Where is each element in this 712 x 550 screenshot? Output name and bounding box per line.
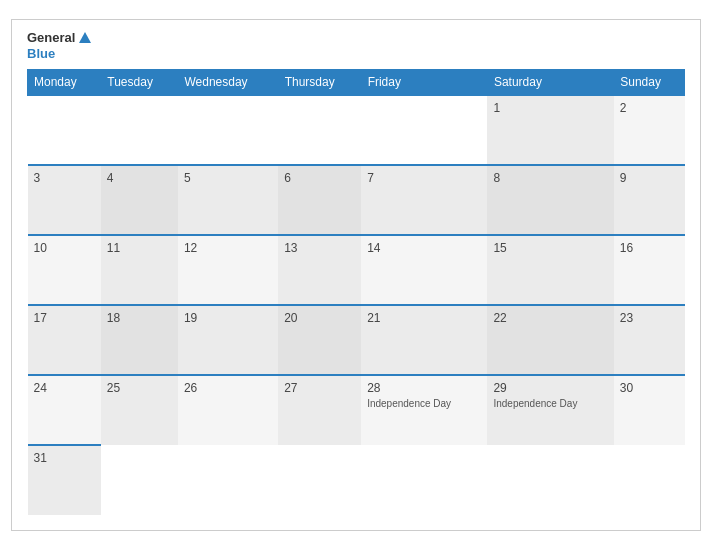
calendar-day-cell: 4 xyxy=(101,165,178,235)
calendar-day-cell: 13 xyxy=(278,235,361,305)
calendar-day-cell xyxy=(178,95,278,165)
weekday-header-saturday: Saturday xyxy=(487,70,613,96)
calendar-day-cell: 22 xyxy=(487,305,613,375)
calendar-week-row: 12 xyxy=(28,95,685,165)
day-number: 16 xyxy=(620,241,679,255)
weekday-header-wednesday: Wednesday xyxy=(178,70,278,96)
day-number: 22 xyxy=(493,311,607,325)
calendar-day-cell: 2 xyxy=(614,95,685,165)
calendar-day-cell: 16 xyxy=(614,235,685,305)
calendar-day-cell: 24 xyxy=(28,375,101,445)
calendar-day-cell: 19 xyxy=(178,305,278,375)
calendar-day-cell: 1 xyxy=(487,95,613,165)
weekday-header-sunday: Sunday xyxy=(614,70,685,96)
day-number: 15 xyxy=(493,241,607,255)
day-number: 5 xyxy=(184,171,272,185)
calendar-day-cell xyxy=(28,95,101,165)
day-number: 11 xyxy=(107,241,172,255)
calendar-day-cell: 18 xyxy=(101,305,178,375)
weekday-header-tuesday: Tuesday xyxy=(101,70,178,96)
day-number: 25 xyxy=(107,381,172,395)
logo: General Blue xyxy=(27,30,91,61)
calendar-week-row: 17181920212223 xyxy=(28,305,685,375)
weekday-header-row: MondayTuesdayWednesdayThursdayFridaySatu… xyxy=(28,70,685,96)
calendar-day-cell xyxy=(278,95,361,165)
calendar-day-cell: 31 xyxy=(28,445,101,515)
day-number: 9 xyxy=(620,171,679,185)
logo-triangle-icon xyxy=(79,32,91,43)
day-number: 31 xyxy=(34,451,95,465)
day-number: 4 xyxy=(107,171,172,185)
day-number: 19 xyxy=(184,311,272,325)
calendar-day-cell: 29Independence Day xyxy=(487,375,613,445)
calendar-day-cell: 15 xyxy=(487,235,613,305)
day-number: 24 xyxy=(34,381,95,395)
day-number: 12 xyxy=(184,241,272,255)
day-number: 6 xyxy=(284,171,355,185)
calendar-week-row: 10111213141516 xyxy=(28,235,685,305)
calendar-day-cell xyxy=(278,445,361,515)
day-number: 7 xyxy=(367,171,481,185)
day-number: 18 xyxy=(107,311,172,325)
day-number: 14 xyxy=(367,241,481,255)
day-number: 23 xyxy=(620,311,679,325)
day-number: 3 xyxy=(34,171,95,185)
calendar-day-cell: 30 xyxy=(614,375,685,445)
calendar-day-cell: 7 xyxy=(361,165,487,235)
calendar-day-cell: 23 xyxy=(614,305,685,375)
calendar-day-cell: 9 xyxy=(614,165,685,235)
logo-general: General xyxy=(27,30,75,46)
day-event: Independence Day xyxy=(367,398,481,409)
calendar-week-row: 3456789 xyxy=(28,165,685,235)
day-number: 8 xyxy=(493,171,607,185)
calendar-day-cell: 6 xyxy=(278,165,361,235)
calendar-header: General Blue xyxy=(27,30,685,61)
calendar-day-cell: 3 xyxy=(28,165,101,235)
calendar-day-cell xyxy=(361,445,487,515)
day-number: 1 xyxy=(493,101,607,115)
day-number: 20 xyxy=(284,311,355,325)
calendar-week-row: 31 xyxy=(28,445,685,515)
calendar-day-cell: 5 xyxy=(178,165,278,235)
calendar-container: General Blue MondayTuesdayWednesdayThurs… xyxy=(11,19,701,531)
calendar-day-cell: 26 xyxy=(178,375,278,445)
calendar-day-cell: 27 xyxy=(278,375,361,445)
day-number: 27 xyxy=(284,381,355,395)
calendar-day-cell: 25 xyxy=(101,375,178,445)
calendar-day-cell: 8 xyxy=(487,165,613,235)
calendar-day-cell: 21 xyxy=(361,305,487,375)
calendar-table: MondayTuesdayWednesdayThursdayFridaySatu… xyxy=(27,69,685,515)
logo-blue: Blue xyxy=(27,46,55,62)
calendar-week-row: 2425262728Independence Day29Independence… xyxy=(28,375,685,445)
day-number: 29 xyxy=(493,381,607,395)
day-number: 28 xyxy=(367,381,481,395)
day-number: 26 xyxy=(184,381,272,395)
calendar-day-cell: 20 xyxy=(278,305,361,375)
day-number: 13 xyxy=(284,241,355,255)
day-number: 2 xyxy=(620,101,679,115)
day-number: 17 xyxy=(34,311,95,325)
calendar-day-cell xyxy=(487,445,613,515)
day-number: 10 xyxy=(34,241,95,255)
day-event: Independence Day xyxy=(493,398,607,409)
calendar-day-cell xyxy=(614,445,685,515)
calendar-day-cell: 28Independence Day xyxy=(361,375,487,445)
weekday-header-thursday: Thursday xyxy=(278,70,361,96)
calendar-day-cell: 11 xyxy=(101,235,178,305)
weekday-header-friday: Friday xyxy=(361,70,487,96)
calendar-day-cell: 17 xyxy=(28,305,101,375)
calendar-day-cell xyxy=(101,445,178,515)
day-number: 30 xyxy=(620,381,679,395)
calendar-day-cell xyxy=(178,445,278,515)
calendar-day-cell: 10 xyxy=(28,235,101,305)
calendar-day-cell xyxy=(101,95,178,165)
calendar-day-cell: 12 xyxy=(178,235,278,305)
calendar-day-cell xyxy=(361,95,487,165)
calendar-day-cell: 14 xyxy=(361,235,487,305)
day-number: 21 xyxy=(367,311,481,325)
weekday-header-monday: Monday xyxy=(28,70,101,96)
